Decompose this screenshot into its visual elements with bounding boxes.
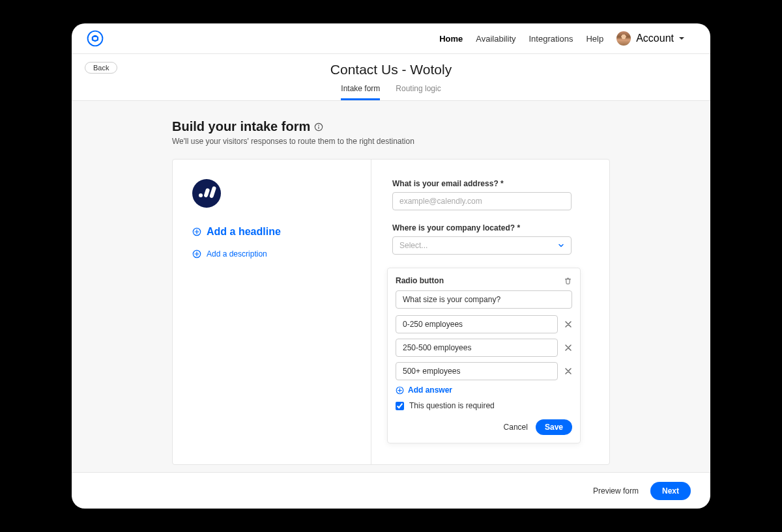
svg-point-0: [88, 31, 103, 46]
required-checkbox[interactable]: [396, 402, 404, 410]
builder-left-column: Add a headline Add a description: [173, 160, 371, 464]
option-row: [396, 339, 572, 357]
main: Build your intake form We'll use your vi…: [72, 101, 710, 472]
tab-intake-form[interactable]: Intake form: [341, 84, 380, 100]
add-description-button[interactable]: Add a description: [192, 249, 351, 259]
tabs: Intake form Routing logic: [85, 84, 697, 100]
nav-links: Home Availability Integrations Help Acco…: [182, 31, 697, 46]
brand-avatar: [192, 179, 221, 208]
close-icon[interactable]: [564, 344, 572, 352]
add-headline-button[interactable]: Add a headline: [192, 226, 351, 238]
add-headline-label: Add a headline: [207, 226, 281, 238]
header: Back Contact Us - Wotoly Intake form Rou…: [72, 54, 710, 101]
svg-rect-4: [319, 126, 319, 129]
calendly-logo-icon: [86, 29, 104, 48]
chevron-down-icon: [679, 37, 684, 40]
account-label: Account: [636, 33, 674, 44]
location-placeholder: Select...: [399, 241, 427, 250]
tab-routing-logic[interactable]: Routing logic: [396, 84, 441, 100]
preview-form-link[interactable]: Preview form: [593, 486, 639, 496]
page-title: Contact Us - Wotoly: [85, 62, 697, 77]
add-answer-label: Add answer: [408, 385, 452, 395]
editor-type-label: Radio button: [396, 276, 444, 285]
required-label: This question is required: [409, 401, 495, 410]
logo-wrap: [85, 29, 182, 48]
back-button[interactable]: Back: [85, 62, 117, 74]
editor-actions: Cancel Save: [396, 419, 572, 435]
nav-help[interactable]: Help: [586, 34, 603, 44]
topnav: Home Availability Integrations Help Acco…: [72, 23, 710, 54]
save-button[interactable]: Save: [536, 419, 572, 435]
svg-point-3: [318, 124, 319, 126]
email-label: What is your email address? *: [392, 179, 588, 188]
option-row: [396, 362, 572, 380]
email-field: What is your email address? *: [392, 179, 588, 210]
plus-circle-icon: [396, 386, 404, 395]
section-title: Build your intake form: [172, 119, 610, 134]
chevron-down-icon: [558, 242, 564, 249]
email-input[interactable]: [392, 192, 572, 210]
add-description-label: Add a description: [207, 249, 267, 259]
option-row: [396, 315, 572, 333]
editor-header: Radio button: [396, 276, 572, 285]
trash-icon[interactable]: [564, 277, 572, 285]
next-button[interactable]: Next: [650, 482, 691, 500]
option-input-0[interactable]: [396, 315, 558, 333]
nav-integrations[interactable]: Integrations: [529, 34, 573, 44]
plus-circle-icon: [192, 249, 201, 259]
app-window: Home Availability Integrations Help Acco…: [72, 23, 710, 509]
builder-right-column: What is your email address? * Where is y…: [371, 160, 609, 464]
builder-card: Add a headline Add a description What is…: [172, 159, 610, 465]
close-icon[interactable]: [564, 367, 572, 375]
location-field: Where is your company located? * Select.…: [392, 223, 588, 255]
option-input-2[interactable]: [396, 362, 558, 380]
section-subtitle: We'll use your visitors' responses to ro…: [172, 137, 610, 146]
footer: Preview form Next: [72, 472, 710, 509]
required-row[interactable]: This question is required: [396, 401, 572, 410]
location-label: Where is your company located? *: [392, 223, 588, 232]
location-select[interactable]: Select...: [392, 236, 572, 255]
avatar: [616, 31, 631, 46]
plus-circle-icon: [192, 227, 201, 236]
cancel-button[interactable]: Cancel: [504, 423, 528, 432]
close-icon[interactable]: [564, 320, 572, 328]
option-input-1[interactable]: [396, 339, 558, 357]
question-text-input[interactable]: [396, 290, 572, 309]
info-icon[interactable]: [314, 122, 323, 132]
question-editor: Radio button: [387, 268, 581, 443]
nav-home[interactable]: Home: [439, 34, 463, 44]
account-menu[interactable]: Account: [616, 31, 684, 46]
section-title-text: Build your intake form: [172, 119, 310, 134]
nav-availability[interactable]: Availability: [476, 34, 515, 44]
add-answer-button[interactable]: Add answer: [396, 385, 572, 395]
